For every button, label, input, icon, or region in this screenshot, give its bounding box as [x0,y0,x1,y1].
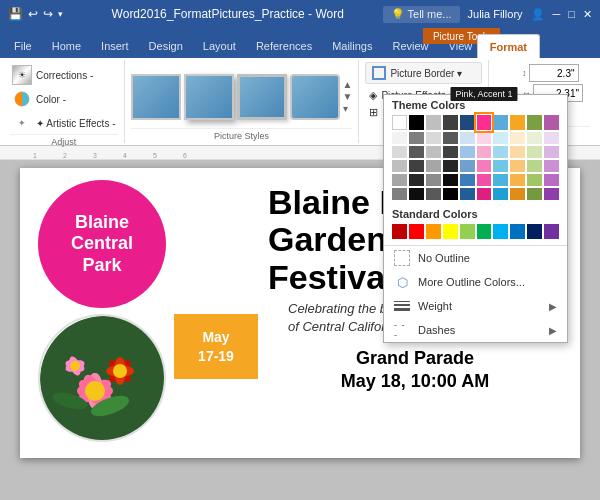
orange-badge: May 17-19 [174,314,258,379]
height-input[interactable] [529,64,579,82]
std-blue[interactable] [510,224,525,239]
dashes-icon: - - - [394,322,410,338]
styles-grid: ▲ ▼ ▾ [131,62,353,128]
ribbon: ☀ Corrections - Color - ✦ ✦ Artistic Eff… [0,58,600,146]
more-colors-item[interactable]: ⬡ More Outline Colors... [384,270,567,294]
theme-top-row: Pink, Accent 1 [392,115,559,130]
picture-styles-label: Picture Styles [131,128,353,141]
tab-file[interactable]: File [4,34,42,58]
swatch-black[interactable] [409,115,424,130]
close-btn[interactable]: ✕ [583,8,592,21]
std-purple[interactable] [544,224,559,239]
dashes-arrow: ▶ [549,325,557,336]
swatch-purple[interactable] [544,115,559,130]
standard-colors-title: Standard Colors [384,204,567,222]
tab-layout[interactable]: Layout [193,34,246,58]
swatch-gray1[interactable] [426,115,441,130]
no-outline-icon [394,250,410,266]
picture-border-icon [372,66,386,80]
corrections-icon: ☀ [12,65,32,85]
weight-icon [394,298,410,314]
std-ltgreen[interactable] [460,224,475,239]
weight-arrow: ▶ [549,301,557,312]
redo-icon[interactable]: ↪ [43,7,53,21]
dashes-item[interactable]: - - - Dashes ▶ [384,318,567,342]
tab-home[interactable]: Home [42,34,91,58]
tab-format[interactable]: Format [477,34,540,58]
more-colors-icon: ⬡ [394,274,410,290]
std-green[interactable] [477,224,492,239]
svg-point-13 [113,364,127,378]
adjust-group: ☀ Corrections - Color - ✦ ✦ Artistic Eff… [4,60,125,143]
save-icon[interactable]: 💾 [8,7,23,21]
tab-design[interactable]: Design [139,34,193,58]
title-bar-title: Word2016_FormatPictures_Practice - Word [73,7,383,21]
weight-item[interactable]: Weight ▶ [384,294,567,318]
swatch-pink-accent[interactable]: Pink, Accent 1 [477,115,492,130]
artistic-effects-btn[interactable]: ✦ ✦ Artistic Effects - [10,112,118,134]
shade-row-3 [392,160,559,172]
styles-scroll-btn[interactable]: ▲ ▼ ▾ [343,80,353,114]
ribbon-tabs-row: File Home Insert Design Layout Reference… [0,28,600,58]
adjust-group-content: ☀ Corrections - Color - ✦ ✦ Artistic Eff… [10,62,118,134]
title-bar: 💾 ↩ ↪ ▾ Word2016_FormatPictures_Practice… [0,0,600,28]
swatch-orange[interactable] [510,115,525,130]
svg-point-8 [85,381,105,401]
picture-styles-group: ▲ ▼ ▾ Picture Styles [125,60,360,143]
picture-border-btn[interactable]: Picture Border ▾ [365,62,482,84]
standard-colors-row [384,222,567,245]
border-dropdown: Theme Colors Pink, Accent 1 [383,94,568,343]
minimize-btn[interactable]: ─ [553,8,561,20]
tab-mailings[interactable]: Mailings [322,34,382,58]
tab-references[interactable]: References [246,34,322,58]
pink-circle: Blaine Central Park [38,180,166,308]
style-3[interactable] [237,74,287,120]
shade-row-2 [392,146,559,158]
user-info: 💡 Tell me... Julia Fillory 👤 ─ □ ✕ [383,6,592,23]
swatch-blue[interactable] [460,115,475,130]
shade-row-1 [392,132,559,144]
color-btn[interactable]: Color - [10,88,118,110]
theme-colors-grid: Pink, Accent 1 [384,113,567,204]
std-ltblue[interactable] [493,224,508,239]
shade-row-4 [392,174,559,186]
adjust-group-label: Adjust [10,134,118,147]
user-avatar[interactable]: 👤 [531,8,545,21]
size-height-row: ↕ [522,64,590,82]
tab-insert[interactable]: Insert [91,34,139,58]
user-name: Julia Fillory [468,8,523,20]
undo-icon[interactable]: ↩ [28,7,38,21]
dropdown-icon[interactable]: ▾ [58,9,63,19]
style-1[interactable] [131,74,181,120]
corrections-btn[interactable]: ☀ Corrections - [10,64,118,86]
flower-image[interactable] [38,314,166,442]
maximize-btn[interactable]: □ [568,8,575,20]
swatch-gray2[interactable] [443,115,458,130]
std-darkred[interactable] [392,224,407,239]
swatch-ltblue[interactable] [493,115,508,130]
theme-colors-title: Theme Colors [384,95,567,113]
std-orange[interactable] [426,224,441,239]
std-dkblue[interactable] [527,224,542,239]
height-icon: ↕ [522,68,527,78]
artistic-icon: ✦ [12,113,32,133]
tell-me-box[interactable]: 💡 Tell me... [383,6,460,23]
swatch-white[interactable] [392,115,407,130]
grand-parade: Grand Parade May 18, 10:00 AM [268,347,562,394]
svg-point-1 [40,316,166,442]
style-4[interactable] [290,74,340,120]
shade-row-5 [392,188,559,200]
doc-left-column: Blaine Central Park [38,180,258,446]
color-icon [12,89,32,109]
swatch-green[interactable] [527,115,542,130]
quick-access-toolbar: 💾 ↩ ↪ ▾ [8,7,63,21]
layout-icon: ⊞ [369,106,378,119]
svg-point-17 [70,361,80,371]
std-red[interactable] [409,224,424,239]
style-2[interactable] [184,74,234,120]
no-outline-item[interactable]: No Outline [384,246,567,270]
std-yellow[interactable] [443,224,458,239]
effects-icon: ◈ [369,89,377,102]
bottom-left-row: May 17-19 [38,314,258,442]
